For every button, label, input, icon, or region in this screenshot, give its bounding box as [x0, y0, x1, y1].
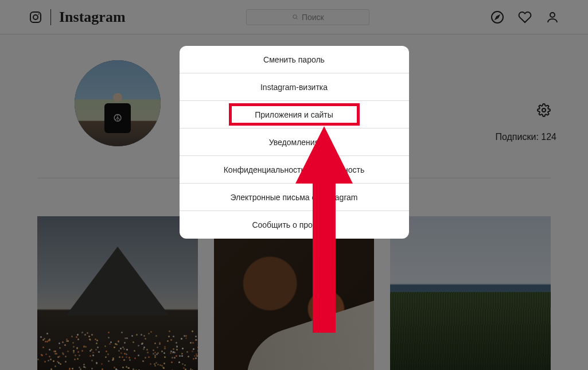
settings-menu-item[interactable]: Конфиденциальность и безопасность — [180, 156, 409, 184]
settings-menu-item[interactable]: Сообщить о проблеме — [180, 211, 409, 239]
settings-menu-item[interactable]: Приложения и сайты — [180, 101, 409, 128]
settings-menu-item[interactable]: Электронные письма от Instagram — [180, 184, 409, 211]
settings-menu-item-label: Уведомления — [269, 138, 320, 147]
settings-menu-item[interactable]: Уведомления — [180, 128, 409, 156]
settings-modal: Сменить парольInstagram-визиткаПриложени… — [180, 46, 409, 239]
settings-menu-item-label: Сменить пароль — [263, 55, 325, 64]
modal-overlay[interactable]: Сменить парольInstagram-визиткаПриложени… — [0, 0, 588, 370]
settings-menu-item-label: Instagram-визитка — [260, 83, 328, 92]
settings-menu-item-label: Конфиденциальность и безопасность — [224, 165, 365, 174]
settings-menu-item[interactable]: Сменить пароль — [180, 46, 409, 73]
settings-menu-item[interactable]: Instagram-визитка — [180, 73, 409, 101]
settings-menu-item-label: Сообщить о проблеме — [252, 220, 336, 229]
settings-menu-item-label: Приложения и сайты — [255, 110, 333, 119]
settings-menu-item-label: Электронные письма от Instagram — [230, 193, 357, 202]
